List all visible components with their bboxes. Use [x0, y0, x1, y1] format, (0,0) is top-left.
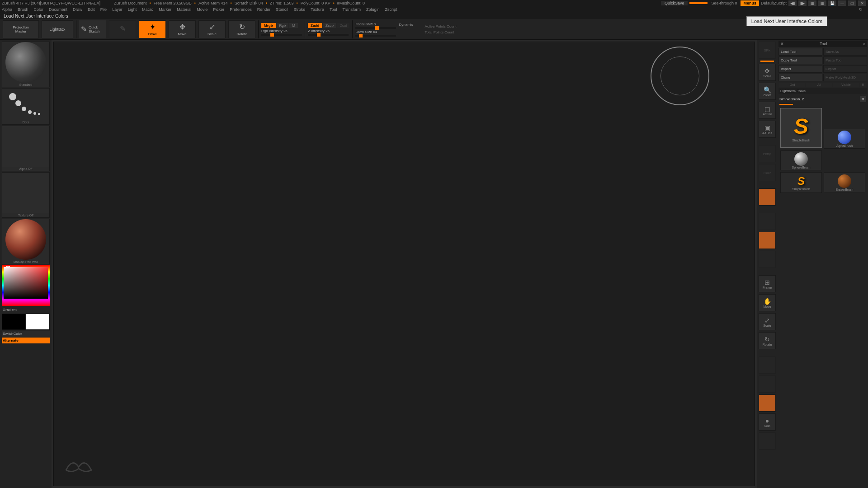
menu-preferences[interactable]: Preferences: [230, 7, 252, 12]
ghost-button[interactable]: [759, 394, 776, 412]
polyf-button[interactable]: [759, 357, 776, 374]
menu-edit[interactable]: Edit: [88, 7, 95, 12]
zcut-button[interactable]: Zcut: [337, 23, 350, 28]
rgb-intensity-slider[interactable]: [261, 34, 302, 36]
tool-spherebrush[interactable]: SphereBrush: [780, 150, 822, 170]
aahalf-button[interactable]: ▣AAHalf: [759, 121, 776, 138]
menu-tool[interactable]: Tool: [330, 7, 337, 12]
tool-simplebrush[interactable]: S SimpleBrush: [780, 108, 822, 148]
draw-size-label[interactable]: Draw Size 64: [355, 30, 377, 34]
projection-master-button[interactable]: Projection Master: [3, 20, 39, 38]
menu-layer[interactable]: Layer: [112, 7, 123, 12]
visible-chip[interactable]: Visible: [833, 83, 859, 87]
solo-button[interactable]: ●Solo: [759, 413, 776, 431]
draw-size-slider[interactable]: [355, 35, 396, 37]
switchcolor-button[interactable]: SwitchColor: [2, 331, 50, 337]
menus-button[interactable]: Menus: [741, 0, 759, 6]
ui-prev-icon[interactable]: ◀▮: [788, 0, 797, 6]
move-button[interactable]: ✥Move: [169, 20, 196, 38]
rotate-button[interactable]: ↻Rotate: [228, 20, 255, 38]
brush-picker[interactable]: Standard: [2, 42, 50, 87]
mrgb-button[interactable]: Mrgb: [261, 23, 276, 28]
unknown-button[interactable]: [759, 251, 776, 268]
lsym-button[interactable]: [759, 213, 776, 230]
ui-next-icon[interactable]: ▮▶: [798, 0, 807, 6]
maximize-icon[interactable]: ▢: [848, 0, 856, 6]
alternate-button[interactable]: Alternate: [2, 338, 50, 343]
dynamic-toggle[interactable]: Dynamic: [399, 23, 413, 27]
menu-brush[interactable]: Brush: [18, 7, 28, 12]
stroke-picker[interactable]: Dots: [2, 88, 50, 125]
default-script[interactable]: DefaultZScript: [761, 1, 787, 5]
load-tool-button[interactable]: Load Tool: [778, 48, 822, 56]
xpose-button[interactable]: [759, 232, 776, 249]
menu-file[interactable]: File: [100, 7, 107, 12]
lightbox-button[interactable]: LightBox: [42, 20, 73, 38]
swatch-secondary[interactable]: [2, 314, 26, 330]
quicksave-button[interactable]: QuickSave: [661, 1, 688, 5]
menu-movie[interactable]: Movie: [197, 7, 208, 12]
tool-simplebrush2[interactable]: S SimpleBrush: [780, 172, 822, 193]
menu-render[interactable]: Render: [257, 7, 271, 12]
r-button[interactable]: R: [860, 96, 866, 102]
scale-button[interactable]: ⤢Scale: [198, 20, 226, 38]
menu-zscript[interactable]: Zscript: [385, 7, 397, 12]
export-button[interactable]: Export: [823, 65, 867, 73]
menu-draw[interactable]: Draw: [73, 7, 82, 12]
menu-material[interactable]: Material: [177, 7, 191, 12]
menu-transform[interactable]: Transform: [342, 7, 361, 12]
rgb-button[interactable]: Rgb: [277, 23, 289, 28]
tool-alphabrush[interactable]: AlphaBrush: [824, 129, 865, 149]
menu-picker[interactable]: Picker: [213, 7, 224, 12]
lightbox-tools-label[interactable]: Lightbox> Tools: [778, 88, 867, 94]
recycle-icon[interactable]: ↻: [859, 7, 863, 12]
scroll-button[interactable]: ✥Scroll: [759, 64, 776, 81]
edit-button[interactable]: ✎: [109, 20, 136, 38]
alpha-picker[interactable]: Alpha Off: [2, 126, 50, 171]
close-icon[interactable]: ✕: [858, 0, 866, 6]
move-nav-button[interactable]: ✋Move: [759, 294, 776, 311]
menu-stroke[interactable]: Stroke: [293, 7, 305, 12]
panel-close-icon[interactable]: ✕: [780, 42, 784, 46]
floor-button[interactable]: Floor: [759, 164, 776, 181]
tool-eraserbrush[interactable]: EraserBrush: [824, 172, 865, 193]
save-ui-icon[interactable]: 💾: [828, 0, 836, 6]
import-button[interactable]: Import: [778, 65, 822, 73]
frame-button[interactable]: ⊞Frame: [759, 275, 776, 292]
menu-document[interactable]: Document: [49, 7, 67, 12]
canvas[interactable]: [53, 42, 755, 486]
save-as-button[interactable]: Save As: [823, 48, 867, 56]
persp-button[interactable]: Persp: [759, 145, 776, 162]
dynamic-button[interactable]: [759, 432, 776, 450]
all-chip[interactable]: All: [806, 83, 832, 87]
rgb-intensity-label[interactable]: Rgb Intensity 25: [261, 29, 288, 33]
color-picker[interactable]: [2, 265, 50, 306]
z-intensity-slider[interactable]: [308, 34, 349, 36]
transp-button[interactable]: [759, 375, 776, 393]
polymesh-button[interactable]: Make PolyMesh3D: [823, 74, 867, 81]
focal-shift-slider[interactable]: [355, 27, 396, 29]
material-picker[interactable]: MatCap Red Wax: [2, 219, 50, 264]
copy-tool-button[interactable]: Copy Tool: [778, 56, 822, 64]
layout-a-icon[interactable]: ▦: [808, 0, 816, 6]
minimize-icon[interactable]: —: [838, 0, 846, 6]
clone-button[interactable]: Clone: [778, 74, 822, 81]
menu-alpha[interactable]: Alpha: [2, 7, 12, 12]
scale-nav-button[interactable]: ⤢Scale: [759, 313, 776, 330]
menu-stencil[interactable]: Stencil: [276, 7, 288, 12]
z-intensity-label[interactable]: Z Intensity 25: [308, 29, 330, 33]
r-chip[interactable]: R: [860, 83, 866, 87]
menu-texture[interactable]: Texture: [311, 7, 324, 12]
zoom-button[interactable]: 🔍Zoom: [759, 83, 776, 100]
rotate-nav-button[interactable]: ↻Rotate: [759, 332, 776, 349]
menu-marker[interactable]: Marker: [159, 7, 171, 12]
paste-tool-button[interactable]: Paste Tool: [823, 56, 867, 64]
actual-button[interactable]: ▢Actual: [759, 102, 776, 119]
menu-color[interactable]: Color: [34, 7, 44, 12]
menu-zplugin[interactable]: Zplugin: [366, 7, 380, 12]
gradient-button[interactable]: Gradient: [2, 307, 50, 313]
zsub-button[interactable]: Zsub: [323, 23, 336, 28]
panel-pin-icon[interactable]: ⟐: [863, 42, 865, 46]
menu-macro[interactable]: Macro: [142, 7, 153, 12]
draw-button[interactable]: ✦Draw: [139, 20, 166, 38]
